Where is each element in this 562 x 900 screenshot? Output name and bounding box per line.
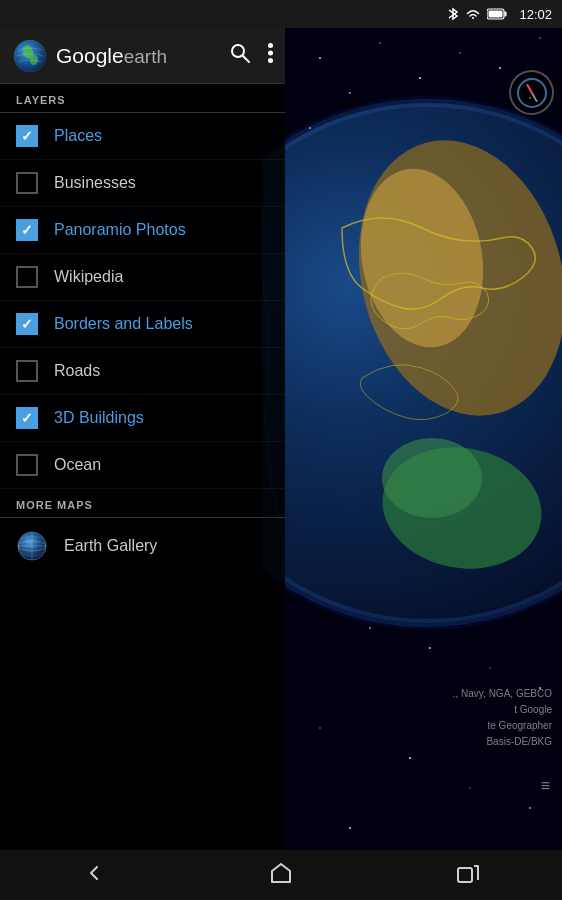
nav-bar: [0, 850, 562, 900]
svg-point-23: [489, 667, 490, 668]
layer-label-roads: Roads: [54, 362, 100, 380]
search-icon[interactable]: [230, 43, 250, 68]
checkbox-businesses[interactable]: [16, 172, 38, 194]
layer-label-buildings: 3D Buildings: [54, 409, 144, 427]
more-icon[interactable]: [268, 43, 273, 68]
wifi-icon: [465, 8, 481, 21]
svg-point-45: [268, 51, 273, 56]
more-maps-section-header: MORE MAPS: [0, 489, 285, 518]
layer-label-places: Places: [54, 127, 102, 145]
earth-gallery-item[interactable]: Earth Gallery: [0, 518, 285, 574]
menu-lines-icon[interactable]: ≡: [541, 777, 550, 795]
svg-point-8: [499, 67, 501, 69]
svg-point-42: [232, 45, 244, 57]
app-header: Googleearth: [0, 28, 285, 84]
layer-item-ocean[interactable]: Ocean: [0, 442, 285, 489]
app-title: Googleearth: [56, 44, 167, 68]
checkbox-buildings[interactable]: ✓: [16, 407, 38, 429]
layer-item-wikipedia[interactable]: Wikipedia: [0, 254, 285, 301]
layer-item-panoramio[interactable]: ✓ Panoramio Photos: [0, 207, 285, 254]
checkmark-places: ✓: [21, 129, 33, 143]
bluetooth-icon: [447, 6, 459, 22]
checkbox-ocean[interactable]: [16, 454, 38, 476]
layer-item-places[interactable]: ✓ Places: [0, 113, 285, 160]
layer-item-businesses[interactable]: Businesses: [0, 160, 285, 207]
header-actions: [230, 43, 273, 68]
svg-point-7: [459, 52, 460, 53]
checkmark-buildings: ✓: [21, 411, 33, 425]
svg-point-28: [529, 807, 531, 809]
back-button[interactable]: [62, 853, 126, 898]
app-logo: Googleearth: [12, 38, 230, 74]
checkbox-borders[interactable]: ✓: [16, 313, 38, 335]
ge-logo-icon: [12, 38, 48, 74]
earth-gallery-icon: [16, 530, 48, 562]
checkbox-wikipedia[interactable]: [16, 266, 38, 288]
layers-list: ✓ Places Businesses ✓ Panoramio Photos W…: [0, 113, 285, 489]
svg-line-43: [243, 56, 249, 62]
layer-item-buildings[interactable]: ✓ 3D Buildings: [0, 395, 285, 442]
svg-point-27: [469, 787, 470, 788]
left-panel: Googleearth LAYERS: [0, 28, 285, 850]
svg-point-4: [319, 57, 321, 59]
status-time: 12:02: [519, 7, 552, 22]
svg-point-46: [268, 58, 273, 63]
attribution-text: ., Navy, NGA, GEBCO t Google te Geograph…: [453, 686, 552, 750]
home-button[interactable]: [249, 853, 313, 898]
layer-label-panoramio: Panoramio Photos: [54, 221, 186, 239]
status-bar: 12:02: [0, 0, 562, 28]
checkmark-panoramio: ✓: [21, 223, 33, 237]
compass[interactable]: [509, 70, 554, 115]
svg-point-29: [349, 827, 351, 829]
battery-icon: [487, 8, 507, 20]
checkmark-borders: ✓: [21, 317, 33, 331]
svg-rect-53: [458, 868, 472, 882]
svg-point-5: [379, 42, 381, 44]
layer-label-wikipedia: Wikipedia: [54, 268, 123, 286]
layer-item-roads[interactable]: Roads: [0, 348, 285, 395]
status-icons: 12:02: [447, 6, 552, 22]
svg-rect-2: [489, 11, 503, 18]
google-text: Google: [56, 44, 124, 67]
layer-label-businesses: Businesses: [54, 174, 136, 192]
earth-text: earth: [124, 46, 167, 67]
earth-globe: [262, 78, 562, 648]
svg-point-25: [319, 727, 321, 729]
layer-label-borders: Borders and Labels: [54, 315, 193, 333]
svg-point-44: [268, 43, 273, 48]
svg-rect-1: [505, 12, 507, 17]
layer-item-borders[interactable]: ✓ Borders and Labels: [0, 301, 285, 348]
svg-point-26: [409, 757, 411, 759]
checkbox-panoramio[interactable]: ✓: [16, 219, 38, 241]
checkbox-roads[interactable]: [16, 360, 38, 382]
compass-inner: [517, 78, 547, 108]
compass-needle: [526, 83, 538, 101]
earth-gallery-label: Earth Gallery: [64, 537, 157, 555]
layers-section-header: LAYERS: [0, 84, 285, 113]
svg-point-35: [382, 438, 482, 518]
layer-label-ocean: Ocean: [54, 456, 101, 474]
recents-button[interactable]: [436, 853, 500, 898]
svg-point-9: [539, 37, 541, 39]
checkbox-places[interactable]: ✓: [16, 125, 38, 147]
